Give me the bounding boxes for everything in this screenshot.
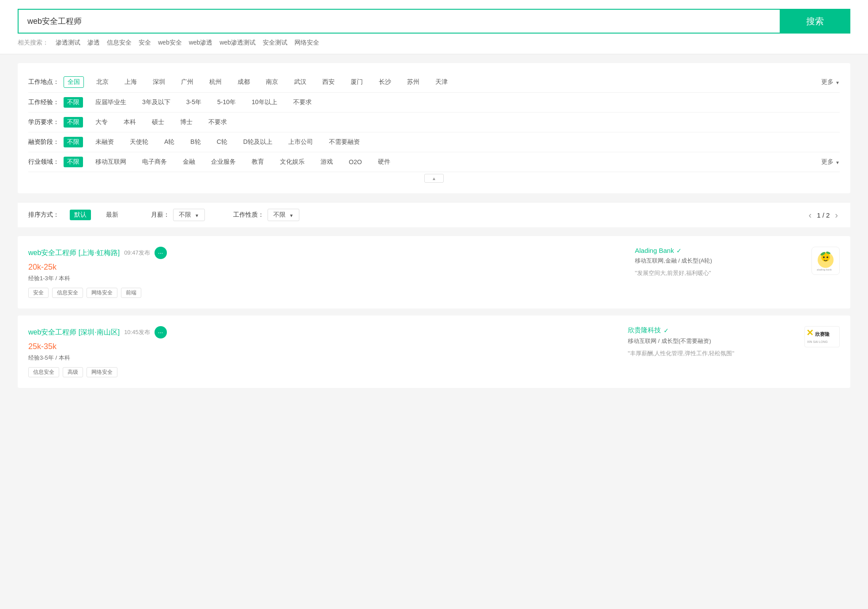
related-link[interactable]: 安全	[139, 39, 151, 47]
filter-option-fund-天使轮[interactable]: 天使轮	[126, 137, 152, 147]
job-salary-2: 25k-35k	[28, 342, 610, 351]
filter-option-exp-10年以上[interactable]: 10年以上	[248, 97, 281, 108]
related-link[interactable]: 安全测试	[263, 39, 287, 47]
filter-option-ind-不限[interactable]: 不限	[64, 157, 83, 167]
filter-option-edu-硕士[interactable]: 硕士	[148, 117, 168, 128]
collapse-button[interactable]	[424, 174, 444, 183]
related-searches: 相关搜索： 渗透测试 渗透 信息安全 安全 web安全 web渗透 web渗透测…	[18, 39, 850, 47]
job-meta-2: 经验3-5年 / 本科	[28, 354, 610, 362]
filter-option-exp-应届毕业生[interactable]: 应届毕业生	[92, 97, 130, 108]
filter-location-options: 全国 北京 上海 深圳 广州 杭州 成都 南京 武汉 西安 厦门 长沙 苏州 天…	[64, 76, 821, 88]
filter-option-ind-教育[interactable]: 教育	[248, 157, 268, 167]
filter-option-location-广州[interactable]: 广州	[177, 77, 197, 87]
company-slogan-2: "丰厚薪酬,人性化管理,弹性工作,轻松氛围"	[628, 350, 787, 357]
svg-text:✕: ✕	[806, 328, 814, 338]
related-link[interactable]: 信息安全	[107, 39, 132, 47]
related-label: 相关搜索：	[18, 39, 49, 47]
filter-option-fund-不需要融资[interactable]: 不需要融资	[325, 137, 363, 147]
filter-option-ind-电子商务[interactable]: 电子商务	[139, 157, 170, 167]
filter-option-location-西安[interactable]: 西安	[319, 77, 338, 87]
sort-nature-dropdown[interactable]: 不限	[268, 209, 299, 221]
filter-option-exp-3-5年[interactable]: 3-5年	[183, 97, 205, 108]
related-link[interactable]: web渗透	[189, 39, 213, 47]
search-row: 搜索	[18, 9, 850, 34]
filter-funding-options: 不限 未融资 天使轮 A轮 B轮 C轮 D轮及以上 上市公司 不需要融资	[64, 137, 840, 147]
collapse-row	[28, 172, 840, 184]
filter-option-exp-5-10年[interactable]: 5-10年	[214, 97, 239, 108]
filter-option-location-武汉[interactable]: 武汉	[291, 77, 310, 87]
search-button[interactable]: 搜索	[780, 9, 850, 34]
filter-option-location-天津[interactable]: 天津	[432, 77, 451, 87]
job-tag: 前端	[121, 288, 141, 298]
filter-option-fund-D轮及以上[interactable]: D轮及以上	[240, 137, 276, 147]
related-link[interactable]: 网络安全	[294, 39, 319, 47]
job-tag: 高级	[63, 367, 83, 377]
sort-salary-dropdown[interactable]: 不限	[173, 209, 205, 221]
filter-option-ind-移动互联网[interactable]: 移动互联网	[92, 157, 130, 167]
sort-nature-value: 不限	[273, 211, 286, 219]
filter-option-ind-游戏[interactable]: 游戏	[317, 157, 336, 167]
page-total: 2	[826, 211, 830, 219]
filter-option-edu-不限[interactable]: 不限	[64, 117, 83, 128]
job-title-2[interactable]: web安全工程师 [深圳·南山区]	[28, 328, 120, 337]
sort-option-default[interactable]: 默认	[70, 210, 91, 220]
filter-option-edu-本科[interactable]: 本科	[120, 117, 140, 128]
job-tag: 信息安全	[28, 367, 59, 377]
related-link[interactable]: web安全	[158, 39, 182, 47]
verify-icon-1: ✓	[676, 247, 682, 254]
company-logo-1: alading bank	[811, 247, 840, 275]
sort-option-latest[interactable]: 最新	[102, 210, 123, 220]
job-salary-1: 20k-25k	[28, 263, 617, 272]
filter-option-edu-不要求[interactable]: 不要求	[205, 117, 230, 128]
filter-option-ind-O2O[interactable]: O2O	[345, 157, 366, 167]
filter-experience-options: 不限 应届毕业生 3年及以下 3-5年 5-10年 10年以上 不要求	[64, 97, 840, 108]
filter-option-edu-大专[interactable]: 大专	[92, 117, 111, 128]
chevron-up-icon	[432, 175, 436, 181]
search-input[interactable]	[18, 9, 780, 34]
filter-option-location-北京[interactable]: 北京	[93, 77, 112, 87]
company-name-1[interactable]: Alading Bank ✓	[635, 247, 794, 254]
related-link[interactable]: 渗透	[87, 39, 100, 47]
related-link[interactable]: 渗透测试	[56, 39, 80, 47]
filter-option-location-长沙[interactable]: 长沙	[375, 77, 395, 87]
filter-option-location-杭州[interactable]: 杭州	[206, 77, 225, 87]
job-title-1[interactable]: web安全工程师 [上海·虹梅路]	[28, 248, 120, 258]
job-time-1: 09:47发布	[124, 249, 150, 257]
chevron-down-icon	[835, 158, 840, 165]
filter-option-exp-3年及以下[interactable]: 3年及以下	[139, 97, 174, 108]
filter-option-fund-不限[interactable]: 不限	[64, 137, 83, 147]
filter-location-more[interactable]: 更多	[821, 78, 840, 86]
filter-option-location-全国[interactable]: 全国	[64, 76, 84, 88]
job-title-row-2: web安全工程师 [深圳·南山区] 10:45发布 ···	[28, 326, 610, 338]
filter-industry-more[interactable]: 更多	[821, 158, 840, 166]
filter-option-location-南京[interactable]: 南京	[262, 77, 282, 87]
related-link[interactable]: web渗透测试	[219, 39, 256, 47]
filter-option-ind-金融[interactable]: 金融	[179, 157, 199, 167]
filter-option-edu-博士[interactable]: 博士	[177, 117, 196, 128]
filter-option-exp-不要求[interactable]: 不要求	[290, 97, 315, 108]
chat-icon-2[interactable]: ···	[155, 326, 167, 338]
filter-option-location-苏州[interactable]: 苏州	[404, 77, 423, 87]
chat-icon-1[interactable]: ···	[155, 247, 167, 259]
filter-area: 工作地点： 全国 北京 上海 深圳 广州 杭州 成都 南京 武汉 西安 厦门 长…	[18, 63, 850, 193]
filter-option-exp-不限[interactable]: 不限	[64, 97, 83, 108]
filter-option-ind-文化娱乐[interactable]: 文化娱乐	[276, 157, 308, 167]
page-info: 1 / 2	[817, 211, 830, 219]
filter-option-location-厦门[interactable]: 厦门	[347, 77, 366, 87]
filter-option-ind-硬件[interactable]: 硬件	[374, 157, 394, 167]
filter-option-fund-C轮[interactable]: C轮	[213, 137, 231, 147]
page-next-button[interactable]	[833, 210, 840, 220]
job-title-row-1: web安全工程师 [上海·虹梅路] 09:47发布 ···	[28, 247, 617, 259]
filter-education-options: 不限 大专 本科 硕士 博士 不要求	[64, 117, 840, 128]
filter-option-location-上海[interactable]: 上海	[121, 77, 140, 87]
filter-option-fund-B轮[interactable]: B轮	[187, 137, 204, 147]
filter-option-ind-企业服务[interactable]: 企业服务	[208, 157, 239, 167]
filter-option-fund-未融资[interactable]: 未融资	[92, 137, 117, 147]
company-name-2[interactable]: 欣贵隆科技 ✓	[628, 326, 787, 335]
filter-option-location-成都[interactable]: 成都	[234, 77, 253, 87]
filter-option-location-深圳[interactable]: 深圳	[149, 77, 169, 87]
filter-option-fund-上市公司[interactable]: 上市公司	[285, 137, 317, 147]
filter-option-fund-A轮[interactable]: A轮	[161, 137, 178, 147]
filter-industry-label: 行业领域：	[28, 158, 64, 166]
page-prev-button[interactable]	[807, 210, 813, 220]
